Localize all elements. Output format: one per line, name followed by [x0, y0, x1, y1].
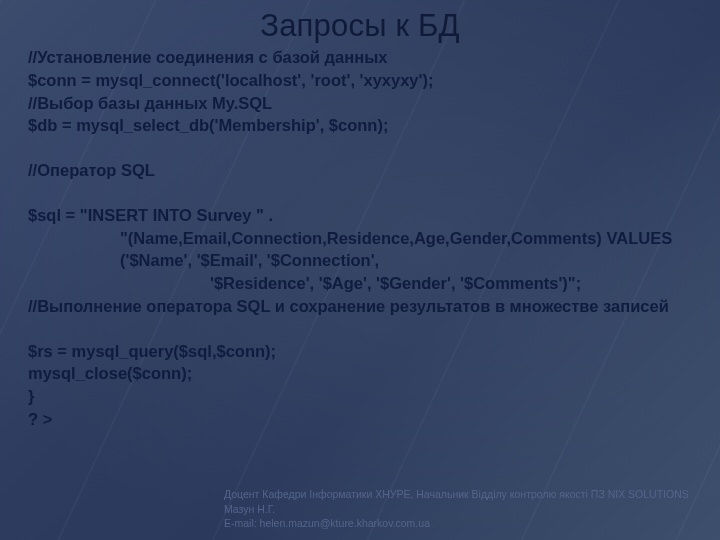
code-line: //Оператор SQL: [28, 159, 692, 182]
code-line: $sql = "INSERT INTO Survey " .: [28, 204, 692, 227]
slide: Запросы к БД //Установление соединения с…: [0, 0, 720, 540]
code-line: //Выполнение оператора SQL и сохранение …: [28, 295, 692, 318]
footer-line: Доцент Кафедри Інформатики ХНУРЕ, Началь…: [224, 487, 694, 515]
code-line: }: [28, 385, 692, 408]
code-line: mysql_close($conn);: [28, 362, 692, 385]
code-line: //Выбор базы данных My.SQL: [28, 92, 692, 115]
footer-line: E-mail: helen.mazun@kture.kharkov.com.ua: [224, 516, 694, 530]
code-line: $rs = mysql_query($sql,$conn);: [28, 340, 692, 363]
code-line: "(Name,Email,Connection,Residence,Age,Ge…: [28, 227, 692, 273]
slide-footer: Доцент Кафедри Інформатики ХНУРЕ, Началь…: [224, 487, 694, 530]
code-line: $conn = mysql_connect('localhost', 'root…: [28, 69, 692, 92]
code-line: $db = mysql_select_db('Membership', $con…: [28, 114, 692, 137]
slide-title: Запросы к БД: [28, 8, 692, 44]
code-line: //Установление соединения с базой данных: [28, 46, 692, 69]
code-line: ? >: [28, 408, 692, 431]
code-line: '$Residence', '$Age', '$Gender', '$Comme…: [28, 272, 692, 295]
slide-body: //Установление соединения с базой данных…: [28, 46, 692, 431]
